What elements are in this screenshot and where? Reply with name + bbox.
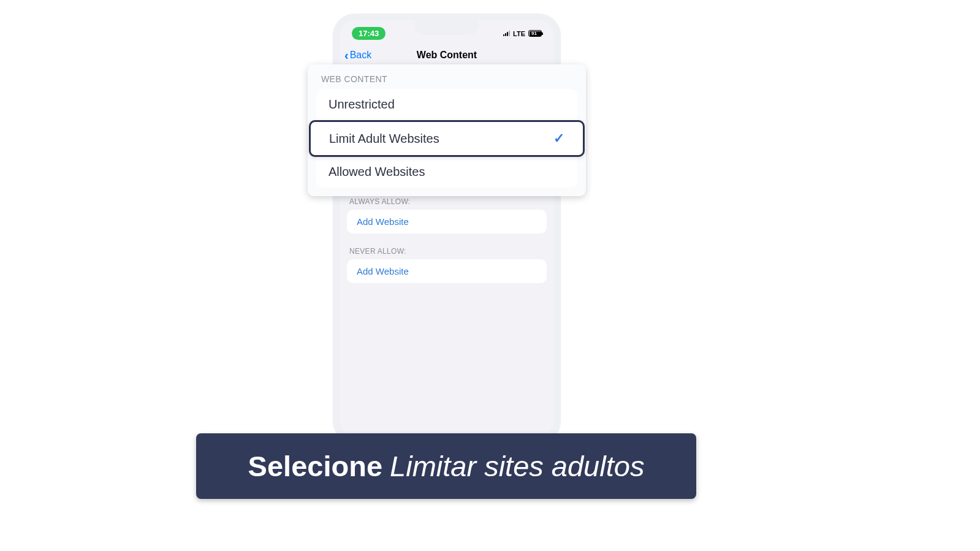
- signal-icon: [503, 31, 510, 36]
- overlay-header: WEB CONTENT: [316, 70, 577, 89]
- option-unrestricted[interactable]: Unrestricted: [316, 89, 577, 121]
- status-time: 17:43: [352, 27, 386, 40]
- back-button[interactable]: ‹ Back: [344, 49, 371, 61]
- instruction-caption: Selecione Limitar sites adultos: [196, 433, 696, 499]
- chevron-left-icon: ‹: [344, 49, 349, 61]
- option-limit-adult[interactable]: Limit Adult Websites ✓: [309, 120, 585, 157]
- caption-prefix: Selecione: [248, 449, 382, 483]
- back-label: Back: [350, 50, 372, 61]
- status-right: LTE 91: [503, 30, 542, 37]
- battery-icon: 91: [528, 30, 542, 37]
- page-title: Web Content: [417, 50, 477, 61]
- option-allowed-websites[interactable]: Allowed Websites: [316, 156, 577, 188]
- caption-italic: Limitar sites adultos: [390, 449, 644, 483]
- phone-notch: [415, 20, 479, 35]
- network-label: LTE: [513, 30, 525, 37]
- add-website-always[interactable]: Add Website: [347, 210, 547, 234]
- web-content-overlay: WEB CONTENT Unrestricted Limit Adult Web…: [308, 64, 586, 196]
- nav-bar: ‹ Back Web Content: [340, 44, 554, 67]
- section-never-allow: NEVER ALLOW:: [340, 239, 554, 259]
- battery-level: 91: [531, 31, 537, 36]
- option-list: Unrestricted Limit Adult Websites ✓ Allo…: [316, 89, 577, 188]
- add-website-never[interactable]: Add Website: [347, 259, 547, 283]
- checkmark-icon: ✓: [553, 131, 564, 146]
